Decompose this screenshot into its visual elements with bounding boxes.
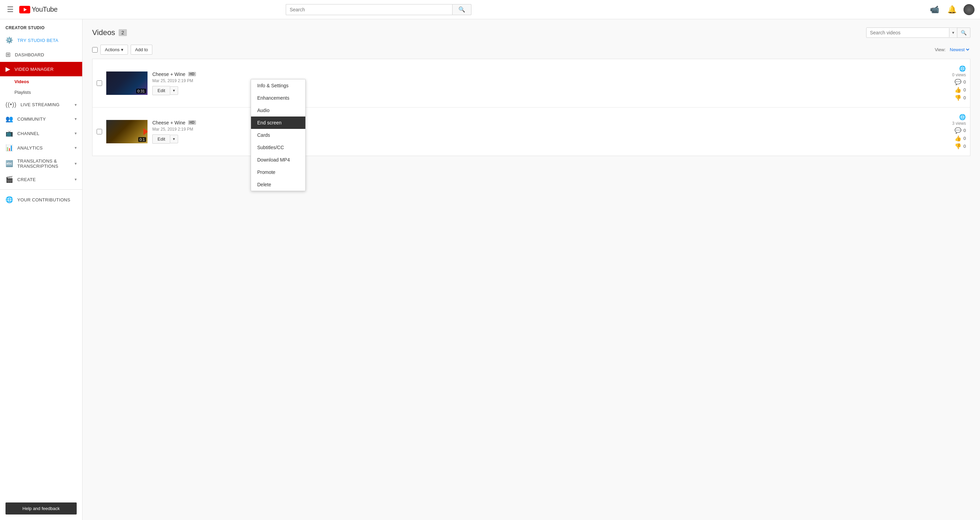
video-stats-1: 🌐 0 views 💬 0 👍 0 👎 0 — [952, 65, 966, 102]
notifications-button[interactable]: 🔔 — [946, 4, 958, 16]
chevron-down-icon: ▾ — [75, 145, 77, 150]
search-bar: 🔍 — [286, 4, 471, 15]
youtube-wordmark: YouTube — [32, 5, 57, 13]
actions-chevron-icon: ▾ — [121, 47, 123, 52]
views-text-2: 3 views — [952, 121, 966, 126]
videos-toolbar: Actions ▾ Add to View: Newest — [92, 45, 970, 55]
sidebar-item-analytics[interactable]: 📊 ANALYTICS ▾ — [0, 141, 82, 155]
video-checkbox-1[interactable] — [97, 81, 102, 86]
thumbs-down-icon-1: 👎 — [955, 95, 961, 101]
help-feedback-button[interactable]: Help and feedback — [5, 503, 77, 515]
video-camera-button[interactable]: 📹 — [928, 4, 940, 16]
dropdown-item-enhancements[interactable]: Enhancements — [251, 92, 305, 104]
thumbs-up-icon-2: 👍 — [955, 135, 961, 142]
community-icon: 👥 — [5, 115, 13, 123]
page-title-area: Videos 2 — [92, 28, 127, 37]
sidebar: CREATOR STUDIO ⚙️ TRY STUDIO BETA ⊞ DASH… — [0, 19, 83, 520]
sidebar-title: CREATOR STUDIO — [0, 19, 82, 33]
live-streaming-label: LIVE STREAMING — [21, 102, 59, 107]
video-title-row-1: Cheese + Wine HD — [152, 71, 945, 77]
main-layout: CREATOR STUDIO ⚙️ TRY STUDIO BETA ⊞ DASH… — [0, 19, 980, 520]
actions-button[interactable]: Actions ▾ — [100, 45, 128, 55]
sidebar-item-try-beta[interactable]: ⚙️ TRY STUDIO BETA — [0, 33, 82, 48]
video-title-1: Cheese + Wine — [152, 71, 185, 77]
search-input[interactable] — [286, 4, 452, 15]
sidebar-item-create[interactable]: 🎬 CREATE ▾ — [0, 172, 82, 187]
user-avatar[interactable] — [964, 4, 975, 15]
visibility-stat-2: 🌐 — [959, 114, 966, 120]
dropdown-item-subtitles[interactable]: Subtitles/CC — [251, 141, 305, 154]
edit-button-1[interactable]: Edit — [152, 86, 170, 95]
view-label: View: — [935, 47, 946, 52]
dropdown-item-cards[interactable]: Cards — [251, 129, 305, 141]
thumbs-down-icon-2: 👎 — [955, 143, 961, 149]
toolbar-left: Actions ▾ Add to — [92, 45, 152, 55]
video-thumbnail-1: 0:31 — [106, 71, 148, 95]
hamburger-menu-button[interactable]: ☰ — [5, 4, 15, 16]
sidebar-item-community[interactable]: 👥 COMMUNITY ▾ — [0, 112, 82, 126]
dropdown-item-download-mp4[interactable]: Download MP4 — [251, 154, 305, 166]
chevron-down-icon: ▾ — [75, 131, 77, 136]
dropdown-item-end-screen[interactable]: End screen — [251, 117, 305, 129]
edit-dropdown-button-1[interactable]: ▾ — [170, 86, 178, 95]
comment-icon-2: 💬 — [955, 127, 961, 134]
live-streaming-icon: ((•)) — [5, 101, 16, 108]
sidebar-item-live-streaming[interactable]: ((•)) LIVE STREAMING ▾ — [0, 98, 82, 112]
likes-count-2: 0 — [964, 136, 966, 141]
sidebar-item-channel[interactable]: 📺 CHANNEL ▾ — [0, 126, 82, 141]
thumbs-up-icon-1: 👍 — [955, 87, 961, 93]
dislikes-count-2: 0 — [964, 144, 966, 149]
sidebar-divider — [0, 189, 82, 190]
main-content: Videos 2 ▾ 🔍 Actions ▾ Add to View: — [83, 19, 980, 520]
search-videos-input[interactable] — [867, 28, 949, 38]
dropdown-item-promote[interactable]: Promote — [251, 166, 305, 178]
sidebar-item-your-contributions[interactable]: 🌐 YOUR CONTRIBUTIONS — [0, 192, 82, 207]
video-checkbox-2[interactable] — [97, 129, 102, 135]
comments-stat-2: 💬 0 — [955, 127, 966, 134]
chevron-down-icon: ▾ — [75, 117, 77, 121]
likes-count-1: 0 — [964, 87, 966, 92]
search-button[interactable]: 🔍 — [452, 4, 471, 15]
page-header: Videos 2 ▾ 🔍 — [92, 27, 970, 38]
gear-icon: ⚙️ — [5, 36, 13, 44]
sidebar-item-dashboard[interactable]: ⊞ DASHBOARD — [0, 48, 82, 62]
edit-dropdown-menu: Info & Settings Enhancements Audio End s… — [251, 79, 306, 191]
table-row: 0:31 Cheese + Wine HD Mar 25, 2019 2:19 … — [92, 59, 970, 108]
video-thumbnail-2: 0:1 — [106, 120, 148, 143]
page-title: Videos — [92, 28, 115, 37]
sidebar-subitem-videos[interactable]: Videos — [0, 76, 82, 87]
sidebar-subitem-playlists[interactable]: Playlists — [0, 87, 82, 98]
try-beta-label: TRY STUDIO BETA — [17, 38, 58, 43]
video-title-2: Cheese + Wine — [152, 120, 185, 125]
hd-badge-1: HD — [188, 72, 196, 76]
dashboard-icon: ⊞ — [5, 51, 11, 59]
view-select[interactable]: Newest — [948, 47, 970, 52]
chevron-down-icon: ▾ — [75, 177, 77, 182]
hd-badge-2: HD — [188, 120, 196, 125]
youtube-logo-icon — [19, 6, 30, 13]
dropdown-item-info-settings[interactable]: Info & Settings — [251, 79, 305, 92]
search-videos-search-button[interactable]: 🔍 — [957, 28, 970, 38]
edit-button-2[interactable]: Edit — [152, 135, 170, 144]
dropdown-item-audio[interactable]: Audio — [251, 104, 305, 117]
search-videos-dropdown-button[interactable]: ▾ — [949, 28, 957, 37]
video-stats-2: 🌐 3 views 💬 0 👍 0 👎 0 — [952, 113, 966, 150]
comments-count-2: 0 — [964, 128, 966, 133]
video-count-badge: 2 — [119, 29, 127, 36]
create-icon: 🎬 — [5, 176, 13, 183]
comment-icon-1: 💬 — [955, 79, 961, 85]
add-to-button[interactable]: Add to — [130, 45, 153, 55]
select-all-checkbox[interactable] — [92, 47, 98, 52]
dislikes-stat-1: 👎 0 — [955, 95, 966, 101]
globe-icon-1: 🌐 — [959, 65, 966, 72]
sidebar-item-translations[interactable]: 🔤 TRANSLATIONS & TRANSCRIPTIONS ▾ — [0, 155, 82, 172]
contributions-icon: 🌐 — [5, 196, 13, 203]
youtube-logo[interactable]: YouTube — [19, 5, 57, 13]
channel-icon: 📺 — [5, 130, 13, 137]
analytics-icon: 📊 — [5, 144, 13, 152]
dropdown-item-delete[interactable]: Delete — [251, 178, 305, 191]
comments-count-1: 0 — [964, 79, 966, 84]
create-label: CREATE — [17, 177, 36, 182]
sidebar-item-video-manager[interactable]: ▶ VIDEO MANAGER — [0, 62, 82, 76]
edit-dropdown-button-2[interactable]: ▾ — [170, 135, 178, 143]
